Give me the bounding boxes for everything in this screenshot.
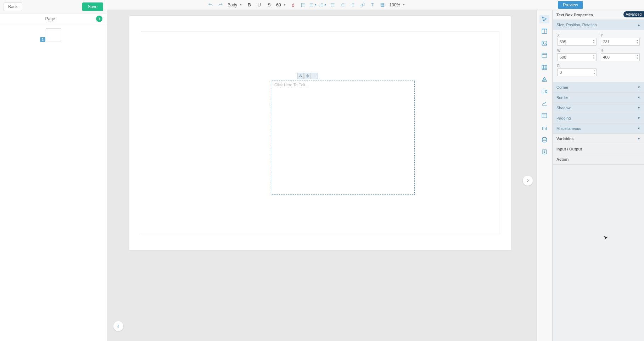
r-spinner[interactable]: ▲▼ <box>593 69 596 75</box>
clear-format-button[interactable] <box>368 1 377 9</box>
layout-icon[interactable] <box>539 111 549 120</box>
align-button[interactable]: ▼ <box>309 1 317 9</box>
section-body-size: X ▲▼ Y ▲▼ W <box>553 30 644 82</box>
svg-rect-8 <box>542 65 547 70</box>
redo-button[interactable] <box>216 1 225 9</box>
lock-handle[interactable] <box>297 73 304 79</box>
text-style-select[interactable]: Body▼ <box>226 2 243 7</box>
strikethrough-button[interactable]: S <box>265 1 273 9</box>
x-label: X <box>557 33 597 37</box>
grid-icon[interactable] <box>539 63 549 72</box>
svg-rect-7 <box>542 53 547 57</box>
numbered-list-button[interactable]: ▼ <box>319 1 327 9</box>
underline-button[interactable]: U <box>255 1 263 9</box>
line-height-button[interactable] <box>299 1 307 9</box>
h-input[interactable] <box>601 53 640 61</box>
textbox-toolbar: ⋮ <box>297 73 318 79</box>
barchart-icon[interactable] <box>539 123 549 132</box>
fontsize-select[interactable]: 60▼ <box>275 2 287 7</box>
section-head-action[interactable]: Action <box>553 154 644 164</box>
advanced-toggle[interactable]: Advanced <box>623 11 644 17</box>
pages-panel: Back Save Page + 1 <box>0 0 107 341</box>
svg-point-9 <box>544 79 545 81</box>
section-head-size[interactable]: Size, Position, Rotation▲ <box>553 20 644 30</box>
textbox-element[interactable]: Click Here To Edit... <box>272 81 415 195</box>
video-icon[interactable] <box>539 87 549 96</box>
svg-rect-11 <box>542 114 547 118</box>
page-thumb-preview <box>46 28 61 41</box>
left-header: Back Save <box>0 0 107 13</box>
outdent-button[interactable] <box>338 1 347 9</box>
image-icon[interactable] <box>539 39 549 48</box>
x-spinner[interactable]: ▲▼ <box>592 39 596 44</box>
svg-rect-10 <box>542 90 546 93</box>
bold-button[interactable]: B <box>245 1 253 9</box>
page-surface[interactable]: ⋮ Click Here To Edit... <box>129 16 511 250</box>
preview-button[interactable]: Preview <box>558 1 583 9</box>
y-label: Y <box>601 33 640 37</box>
undo-button[interactable] <box>206 1 215 9</box>
properties-header: Text Box Properties Advanced <box>553 10 644 20</box>
svg-point-0 <box>331 3 331 4</box>
svg-point-6 <box>543 42 544 43</box>
save-button[interactable]: Save <box>82 2 103 11</box>
text-icon[interactable] <box>539 27 549 35</box>
w-label: W <box>557 49 597 53</box>
zoom-select[interactable]: 100%▼ <box>388 2 407 7</box>
w-input[interactable] <box>557 53 597 61</box>
section-size-position: Size, Position, Rotation▲ X ▲▼ Y ▲▼ <box>553 20 644 82</box>
page-thumb-1[interactable]: 1 <box>46 28 61 41</box>
h-label: H <box>601 49 640 53</box>
svg-rect-5 <box>542 41 547 45</box>
page-thumbnails: 1 <box>0 24 107 41</box>
section-head-variables[interactable]: Variables▼ <box>553 134 644 144</box>
data-icon[interactable] <box>539 136 549 144</box>
element-tool-strip <box>536 10 553 341</box>
link-button[interactable] <box>358 1 367 9</box>
properties-panel: Text Box Properties Advanced Size, Posit… <box>553 10 644 341</box>
table-button[interactable] <box>378 1 387 9</box>
w-spinner[interactable]: ▲▼ <box>592 54 596 60</box>
r-label: R <box>557 64 597 68</box>
add-page-button[interactable]: + <box>96 16 102 22</box>
page-thumb-badge: 1 <box>40 37 46 42</box>
shape-icon[interactable] <box>539 75 549 84</box>
text-color-button[interactable] <box>289 1 297 9</box>
pointer-icon[interactable] <box>539 15 549 23</box>
back-button[interactable]: Back <box>4 2 22 11</box>
section-head-misc[interactable]: Miscellaneous▼ <box>553 123 644 133</box>
y-spinner[interactable]: ▲▼ <box>635 39 639 44</box>
svg-point-2 <box>331 6 331 6</box>
canvas[interactable]: ⋮ Click Here To Edit... <box>107 10 536 341</box>
pages-label: Page <box>4 16 96 21</box>
panel-icon[interactable] <box>539 51 549 60</box>
svg-rect-3 <box>300 76 302 77</box>
indent-button[interactable] <box>348 1 357 9</box>
linechart-icon[interactable] <box>539 99 549 108</box>
section-head-padding[interactable]: Padding▼ <box>553 113 644 123</box>
svg-point-1 <box>331 5 331 5</box>
pages-header: Page + <box>0 13 107 24</box>
section-head-shadow[interactable]: Shadow▼ <box>553 103 644 113</box>
format-toolbar: Body▼ B U S 60▼ ▼ ▼ 100%▼ Preview <box>107 0 644 10</box>
textbox-placeholder: Click Here To Edit... <box>274 83 308 87</box>
svg-point-12 <box>542 137 547 139</box>
section-head-io[interactable]: Input / Output <box>553 144 644 154</box>
canvas-next-button[interactable] <box>523 176 533 186</box>
move-handle[interactable] <box>304 73 311 79</box>
canvas-prev-button[interactable] <box>113 321 123 331</box>
bullet-list-button[interactable] <box>329 1 337 9</box>
x-input[interactable] <box>557 38 597 46</box>
section-head-corner[interactable]: Corner▼ <box>553 82 644 92</box>
y-input[interactable] <box>601 38 640 46</box>
more-handle[interactable]: ⋮ <box>312 73 318 79</box>
r-input[interactable] <box>557 68 597 76</box>
download-icon[interactable] <box>539 148 549 156</box>
h-spinner[interactable]: ▲▼ <box>635 54 639 60</box>
section-head-border[interactable]: Border▼ <box>553 93 644 103</box>
properties-title: Text Box Properties <box>556 13 593 17</box>
